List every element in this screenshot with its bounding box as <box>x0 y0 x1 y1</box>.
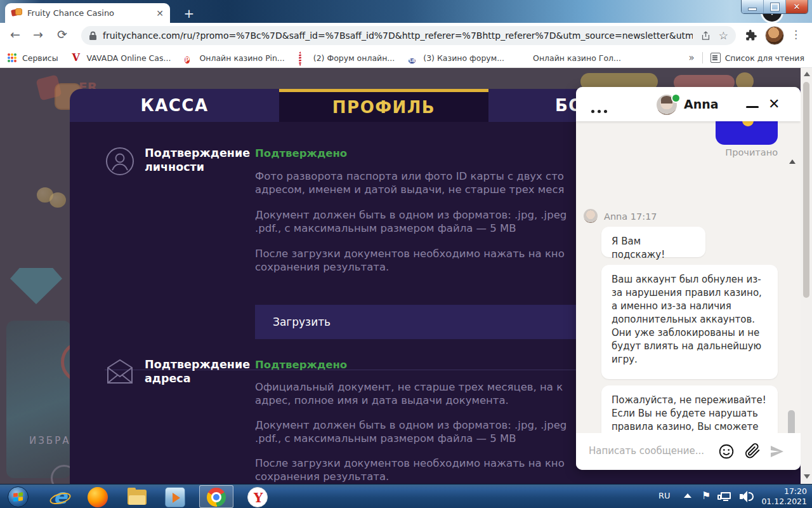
scrollbar-down-icon[interactable] <box>804 474 810 479</box>
section-text: адресом, именем и датой выдачи, не старш… <box>255 184 564 196</box>
message-meta: Anna 17:17 <box>604 211 657 222</box>
scrollbar-up-icon[interactable] <box>804 72 810 76</box>
person-circle-icon <box>105 146 135 177</box>
bookmark-star-icon[interactable]: ☆ <box>719 29 728 42</box>
chat-header: Anna ✕ <box>576 87 801 121</box>
screen: Fruity Chance Casino ✕ + ✕ ← → ⟳ fruityc… <box>0 0 812 508</box>
incoming-message-bubble: Я Вам подскажу! <box>601 227 705 257</box>
chrome-icon <box>207 488 226 507</box>
envelope-icon <box>105 358 135 385</box>
media-player-icon[interactable] <box>165 487 185 507</box>
bookmark-pin[interactable]: P Онлайн казино Pin... <box>185 53 284 63</box>
chat-message-area[interactable]: Прочитано Anna 17:17 Я Вам подскажу! Ваш… <box>576 121 801 433</box>
section-text: Документ должен быть в одном из форматов… <box>255 209 566 221</box>
chat-scroll-up-icon[interactable] <box>789 159 796 164</box>
share-icon[interactable] <box>700 30 711 41</box>
bookmark-forum-2[interactable]: (2) Форум онлайн... <box>299 53 395 63</box>
chat-message-input[interactable]: Написать сообщение... <box>589 445 704 457</box>
browser-profile-avatar[interactable] <box>765 26 784 45</box>
close-icon: ✕ <box>794 2 801 11</box>
section-text: адрес, полное имя и дата выдачи документ… <box>255 394 509 406</box>
minimize-icon <box>748 8 757 11</box>
incoming-message-bubble: Ваш аккаунт был обнулен из-за нарушения … <box>601 265 778 379</box>
tray-date: 01.12.2021 <box>754 497 807 507</box>
outgoing-message-bubble <box>716 121 778 145</box>
emoji-smiley-icon[interactable] <box>718 443 735 460</box>
windows-taskbar: e Y RU ⚑ 17:20 01.12.2021 <box>0 484 812 508</box>
incoming-message-bubble: Пожалуйста, не переживайте! Если Вы не б… <box>601 385 778 433</box>
new-tab-button[interactable]: + <box>181 6 197 21</box>
section-text: .pdf., с максимальным размером файла — 5… <box>255 222 516 234</box>
browser-menu-icon[interactable]: ⋮ <box>790 28 801 41</box>
attach-paperclip-icon[interactable] <box>743 442 761 460</box>
action-center-flag-icon[interactable]: ⚑ <box>702 490 710 502</box>
emoji-icon <box>742 121 754 126</box>
section-text: сохранения результата. <box>255 471 389 483</box>
status-badge: Подтверждено <box>255 359 347 371</box>
speaker-icon[interactable] <box>740 491 755 502</box>
internet-explorer-icon[interactable]: e <box>49 487 70 507</box>
scrollbar-thumb[interactable] <box>803 82 809 298</box>
site-favicon-icon <box>11 8 22 18</box>
page-scrollbar[interactable] <box>801 68 812 484</box>
close-window-button[interactable]: ✕ <box>786 0 808 13</box>
minimize-window-button[interactable] <box>742 0 764 13</box>
network-icon[interactable] <box>721 491 733 502</box>
divider <box>702 52 703 64</box>
apps-grid-icon <box>8 53 18 63</box>
language-indicator[interactable]: RU <box>658 491 671 500</box>
windows-logo-icon <box>13 492 23 502</box>
reading-list-button[interactable]: Список для чтения <box>710 53 804 63</box>
bookmark-forum-3[interactable]: SB (3) Казино форум... <box>409 53 504 63</box>
tab-close-icon[interactable]: ✕ <box>156 8 164 18</box>
restore-window-button[interactable] <box>764 0 786 13</box>
forward-button[interactable]: → <box>33 27 43 41</box>
show-hidden-icons-icon[interactable] <box>684 493 691 498</box>
back-button[interactable]: ← <box>10 27 20 41</box>
section-text: После загрузки документов необходимо наж… <box>255 248 565 260</box>
chat-minimize-icon[interactable] <box>746 106 759 108</box>
firefox-icon[interactable] <box>88 487 108 507</box>
section-text: .pdf., с максимальным размером файла — 5… <box>255 432 516 444</box>
casino-page: FR ИЗБРА ЫШИ КАССА ПРОФИЛЬ БО <box>0 68 812 484</box>
file-explorer-icon[interactable] <box>127 487 147 507</box>
agent-name: Anna <box>684 97 719 111</box>
tab-cashier[interactable]: КАССА <box>70 89 279 122</box>
browser-tab[interactable]: Fruity Chance Casino ✕ <box>5 3 170 23</box>
browser-titlebar: Fruity Chance Casino ✕ + ✕ <box>0 0 812 23</box>
section-text: сохранения результата. <box>255 261 389 273</box>
vavada-favicon-icon: V <box>72 53 82 63</box>
chat-input-row: Написать сообщение... <box>576 433 801 470</box>
agent-avatar-small <box>584 209 598 223</box>
bookmarks-overflow-chevron[interactable]: » <box>688 52 694 64</box>
send-icon[interactable] <box>769 444 785 459</box>
bookmark-vavada[interactable]: V VAVADA Online Cas... <box>72 53 171 63</box>
pin-favicon-icon: P <box>185 53 195 63</box>
address-bar[interactable]: fruitychance.com/ru/?promo=%7Bc%7D&saff_… <box>81 26 736 45</box>
chat-menu-icon[interactable] <box>591 104 610 116</box>
chat-scrollbar-thumb[interactable] <box>788 410 795 433</box>
lock-icon <box>89 31 97 41</box>
forum-favicon-icon: SB <box>409 53 419 63</box>
online-status-dot <box>671 93 681 103</box>
window-controls: ✕ <box>741 0 808 14</box>
bookmark-gol[interactable]: Онлайн казино Гол... <box>518 53 621 63</box>
start-button[interactable] <box>8 486 29 507</box>
section-text: После загрузки документов необходимо наж… <box>255 457 565 469</box>
tab-profile[interactable]: ПРОФИЛЬ <box>279 89 488 122</box>
section-text: Официальный документ, не старше трех мес… <box>255 381 563 393</box>
extensions-puzzle-icon[interactable] <box>745 29 757 42</box>
chrome-taskbar-active[interactable] <box>199 485 233 508</box>
support-chat-widget: Прочитано Anna 17:17 Я Вам подскажу! Ваш… <box>576 87 801 470</box>
chat-close-icon[interactable]: ✕ <box>768 97 780 111</box>
clock[interactable]: 17:20 01.12.2021 <box>754 486 807 507</box>
casino-chip-icon <box>299 53 309 63</box>
bookmark-apps[interactable]: Сервисы <box>8 53 58 63</box>
section-text: Фото разворота паспорта или фото ID карт… <box>255 170 564 182</box>
reload-button[interactable]: ⟳ <box>57 27 67 41</box>
restore-icon <box>771 3 779 11</box>
bookmarks-bar: Сервисы V VAVADA Online Cas... P Онлайн … <box>0 48 812 68</box>
read-receipt: Прочитано <box>576 147 778 157</box>
yandex-browser-icon[interactable]: Y <box>247 487 268 507</box>
section-title-identity: Подтверждение личности <box>145 146 256 174</box>
